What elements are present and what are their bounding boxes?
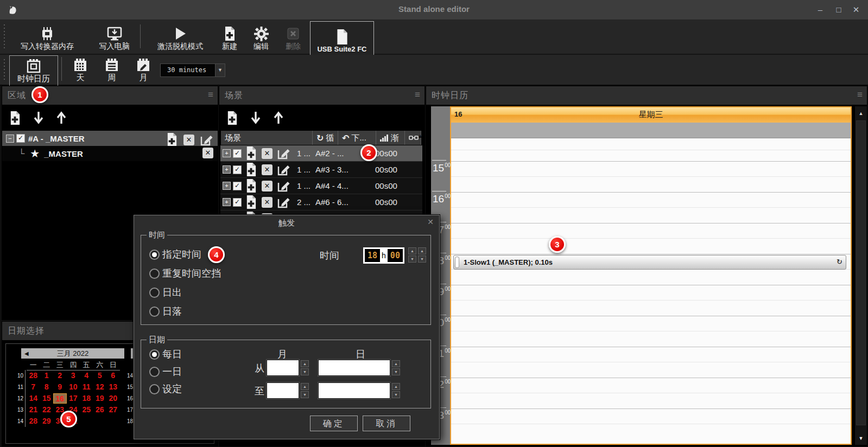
spinner-up-icon[interactable]: ▲ bbox=[301, 360, 309, 367]
spinner-up-icon[interactable]: ▲ bbox=[301, 383, 309, 390]
date-cell[interactable]: 26 bbox=[93, 405, 107, 415]
date-cell[interactable]: 6 bbox=[106, 371, 120, 381]
scene-row[interactable]: +✓✕1 ...A#2 - ...00s00 bbox=[220, 145, 422, 162]
scene-checkbox[interactable]: ✓ bbox=[233, 182, 242, 190]
hour-value[interactable]: 18 bbox=[365, 249, 380, 262]
zone-row[interactable]: −✓#A - _MASTER✕ bbox=[2, 131, 218, 146]
radio-sunrise[interactable] bbox=[149, 288, 160, 298]
spinner-up-icon[interactable]: ▲ bbox=[392, 383, 400, 390]
expand-icon[interactable]: + bbox=[223, 182, 231, 190]
scene-row[interactable]: +✓✕1 ...A#4 - 4...00s00 bbox=[220, 178, 422, 194]
date-cell[interactable] bbox=[106, 416, 120, 426]
expand-icon[interactable]: + bbox=[223, 198, 231, 206]
date-cell[interactable]: 3 bbox=[67, 371, 80, 381]
add-zone-button[interactable] bbox=[9, 111, 21, 125]
toolbar-button-4[interactable]: 新建 bbox=[217, 22, 243, 52]
date-cell[interactable]: 17 bbox=[67, 393, 80, 404]
date-cell[interactable]: 20 bbox=[106, 393, 120, 404]
date-cell[interactable]: 13 bbox=[106, 382, 120, 392]
date-cell[interactable]: 8 bbox=[40, 382, 54, 392]
date-cell[interactable]: 10 bbox=[67, 382, 80, 392]
delete-x-icon[interactable]: ✕ bbox=[262, 148, 273, 159]
zone-checkbox[interactable]: ✓ bbox=[16, 134, 25, 143]
move-up-button[interactable] bbox=[56, 111, 67, 125]
scene-checkbox[interactable]: ✓ bbox=[233, 198, 242, 207]
date-cell[interactable]: 21 bbox=[27, 405, 40, 415]
scroll-up-icon[interactable]: ▲ bbox=[855, 111, 867, 116]
edit-button[interactable] bbox=[277, 180, 290, 193]
date-cell[interactable]: 25 bbox=[80, 405, 93, 415]
date-cell[interactable] bbox=[93, 416, 107, 426]
time-input[interactable]: 18 h 00 bbox=[363, 247, 404, 264]
date-cell[interactable]: 29 bbox=[40, 416, 54, 426]
ok-button[interactable]: 确定 bbox=[310, 416, 358, 431]
to-month-input[interactable] bbox=[267, 382, 299, 399]
scrollbar-thumb[interactable] bbox=[856, 120, 866, 425]
minute-value[interactable]: 00 bbox=[388, 249, 403, 262]
radio-one-day[interactable] bbox=[149, 367, 160, 377]
from-day-input[interactable] bbox=[318, 360, 390, 376]
spinner-down-icon[interactable]: ▼ bbox=[392, 391, 400, 398]
toolbar-button-5[interactable]: 编辑 bbox=[245, 22, 277, 52]
calendar-scrollbar[interactable]: ▲ ▼ bbox=[855, 106, 867, 445]
maximize-button[interactable]: □ bbox=[831, 3, 846, 16]
spinner-up-icon[interactable]: ▲ bbox=[418, 247, 426, 254]
from-month-input[interactable] bbox=[267, 360, 299, 376]
event-drag-handle[interactable] bbox=[455, 257, 459, 268]
date-cell[interactable]: 15 bbox=[40, 393, 54, 404]
spinner-down-icon[interactable]: ▼ bbox=[301, 391, 309, 398]
add-trigger-button[interactable] bbox=[245, 178, 257, 193]
delete-x-icon[interactable]: ✕ bbox=[183, 135, 194, 145]
date-cell[interactable]: 7 bbox=[27, 382, 40, 392]
scene-row[interactable]: +✓✕1 ...A#3 - 3...00s00 bbox=[220, 162, 422, 178]
edit-button[interactable] bbox=[277, 163, 290, 176]
date-cell[interactable]: 28 bbox=[27, 416, 40, 426]
usb-device-button[interactable]: USB Suite2 FC bbox=[310, 21, 374, 56]
date-cell[interactable] bbox=[80, 416, 93, 426]
spinner-down-icon[interactable]: ▼ bbox=[418, 256, 426, 263]
edit-button[interactable] bbox=[200, 133, 213, 146]
delete-x-icon[interactable]: ✕ bbox=[262, 181, 273, 191]
week-view-button[interactable]: 周 bbox=[97, 56, 127, 83]
column-header-2[interactable]: ↻循 bbox=[313, 131, 338, 145]
spinner-down-icon[interactable]: ▼ bbox=[301, 368, 309, 375]
schedule-event[interactable]: 1-Slow1 (_MASTER); 0.10s ↻ bbox=[453, 255, 846, 270]
spinner-down-icon[interactable]: ▼ bbox=[392, 368, 400, 375]
radio-set-range[interactable] bbox=[149, 384, 160, 394]
dropdown-arrow-icon[interactable]: ▼ bbox=[215, 63, 225, 77]
date-cell[interactable]: 19 bbox=[93, 393, 107, 404]
menu-icon[interactable]: ≡ bbox=[857, 90, 863, 100]
radio-fixed-time[interactable] bbox=[149, 250, 160, 260]
date-cell[interactable]: 9 bbox=[53, 382, 67, 392]
scene-checkbox[interactable]: ✓ bbox=[233, 165, 242, 174]
add-scene-button[interactable] bbox=[166, 132, 178, 147]
date-cell[interactable]: 28 bbox=[27, 371, 40, 381]
toolbar-button-1[interactable]: 写入转换器内存 bbox=[9, 22, 85, 52]
expand-icon[interactable]: + bbox=[223, 165, 231, 174]
prev-month-icon[interactable]: ◀ bbox=[24, 348, 29, 359]
add-scene-button[interactable] bbox=[226, 111, 238, 125]
interval-dropdown[interactable]: 30 minutes bbox=[160, 63, 222, 77]
day-view-button[interactable]: 天 bbox=[65, 56, 96, 83]
column-header-3[interactable]: ↶下... bbox=[338, 131, 376, 145]
move-down-button[interactable] bbox=[250, 111, 261, 125]
toolbar-drag-handle[interactable] bbox=[3, 58, 6, 81]
month-nav[interactable]: 三月 2022◀ bbox=[21, 348, 124, 359]
date-cell[interactable]: 2 bbox=[53, 371, 67, 381]
add-trigger-button[interactable] bbox=[245, 162, 257, 177]
edit-button[interactable] bbox=[277, 196, 290, 209]
minimize-button[interactable]: – bbox=[813, 3, 828, 16]
move-up-button[interactable] bbox=[273, 111, 284, 125]
date-cell[interactable]: 27 bbox=[106, 405, 120, 415]
close-button[interactable]: ✕ bbox=[848, 3, 864, 16]
date-cell[interactable]: 22 bbox=[40, 405, 54, 415]
column-header-4[interactable]: 渐 bbox=[376, 131, 405, 145]
expand-icon[interactable]: + bbox=[223, 149, 231, 157]
edit-button[interactable] bbox=[277, 147, 290, 160]
all-day-band[interactable] bbox=[451, 123, 851, 138]
spinner-up-icon[interactable]: ▲ bbox=[408, 247, 416, 254]
radio-sunset[interactable] bbox=[149, 306, 160, 317]
to-day-input[interactable] bbox=[318, 382, 390, 399]
spinner-down-icon[interactable]: ▼ bbox=[408, 256, 416, 263]
scroll-up-icon[interactable]: ▲ bbox=[417, 133, 423, 139]
